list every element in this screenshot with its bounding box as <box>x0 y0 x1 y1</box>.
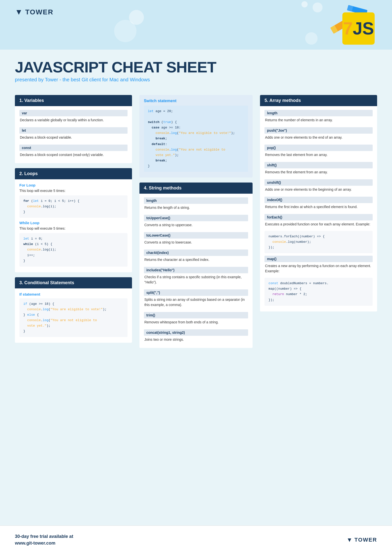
section-conditionals-body: If statement if (age >= 18) { console.lo… <box>15 288 132 343</box>
am-pop-desc: Removes the last element from an array. <box>264 152 373 159</box>
const-label: const <box>19 145 128 151</box>
if-code: if (age >= 18) { console.log("You are el… <box>19 298 128 337</box>
sm-tolowercase-desc: Converts a string to lowercase. <box>144 240 248 247</box>
column-3: 5. Array methods length Returns the numb… <box>256 95 377 353</box>
sm-touppercase-desc: Converts a string to uppercase. <box>144 222 248 230</box>
sm-split-label: split(",") <box>144 289 248 296</box>
section-variables: 1. Variables var Declares a variable glo… <box>15 95 132 163</box>
sm-trim-desc: Removes whitespace from both ends of a s… <box>144 320 248 327</box>
sm-length-label: length <box>144 197 248 204</box>
sm-touppercase-label: toUpperCase() <box>144 215 248 221</box>
sm-trim-label: trim() <box>144 312 248 318</box>
am-length-desc: Returns the number of elements in an arr… <box>264 118 373 125</box>
footer: 30-day free trial available at www.git-t… <box>0 525 392 554</box>
js-label: 7JS <box>343 20 374 37</box>
am-length-label: length <box>264 110 373 116</box>
let-label: let <box>19 127 128 134</box>
section-conditionals: 3. Conditional Statements If statement i… <box>15 277 132 343</box>
content-grid: 1. Variables var Declares a variable glo… <box>0 90 392 363</box>
sm-concat-label: concat(string1, string2) <box>144 329 248 336</box>
am-foreach-desc: Executes a provided function once for ea… <box>264 222 373 229</box>
section-array-methods-header: 5. Array methods <box>260 95 377 106</box>
header: ▼ TOWER 7JS <box>0 0 392 50</box>
am-unshift-desc: Adds one or more elements to the beginni… <box>264 187 373 194</box>
while-loop-label: While Loop <box>19 221 128 225</box>
am-unshift-label: unshift() <box>264 179 373 186</box>
am-shift-desc: Removes the first element from an array. <box>264 170 373 177</box>
section-variables-body: var Declares a variable globally or loca… <box>15 106 132 163</box>
js-badge: 7JS <box>327 5 377 47</box>
section-string-methods-header: 4. String methods <box>139 183 253 194</box>
map-code: const doubledNumbers = numbers. map((num… <box>264 278 373 306</box>
while-loop-desc: This loop will execute 5 times: <box>19 226 128 231</box>
title-area: JAVASCRIPT CHEAT SHEET presented by Towe… <box>0 50 392 90</box>
switch-code: let age = 20; switch (true) { case age >… <box>144 106 248 172</box>
section-string-methods-body: length Returns the length of a string. t… <box>139 194 253 348</box>
footer-line1: 30-day free trial available at <box>15 533 73 540</box>
section-array-methods: 5. Array methods length Returns the numb… <box>260 95 377 311</box>
sm-concat-desc: Joins two or more strings. <box>144 337 248 344</box>
footer-logo-text: TOWER <box>355 537 377 543</box>
am-shift-label: shift() <box>264 162 373 168</box>
sm-tolowercase-label: toLowerCase() <box>144 232 248 239</box>
section-variables-header: 1. Variables <box>15 95 132 106</box>
while-loop-code: let i = 0; while (i < 5) { console.log(i… <box>19 233 128 266</box>
column-2: Switch statement let age = 20; switch (t… <box>136 95 257 353</box>
column-1: 1. Variables var Declares a variable glo… <box>15 95 136 353</box>
am-push-label: push("Joe") <box>264 127 373 134</box>
sm-includes-label: includes("Hello") <box>144 267 248 273</box>
am-pop-label: pop() <box>264 145 373 151</box>
am-indexof-desc: Returns the first index at which a speci… <box>264 204 373 212</box>
let-desc: Declares a block-scoped variable. <box>19 135 128 142</box>
footer-tower-icon: ▼ <box>347 536 353 543</box>
section-loops: 2. Loops For Loop This loop will execute… <box>15 168 132 272</box>
main-title: JAVASCRIPT CHEAT SHEET <box>15 60 377 75</box>
section-array-methods-body: length Returns the number of elements in… <box>260 106 377 311</box>
var-label: var <box>19 110 128 116</box>
sm-split-desc: Splits a string into an array of substri… <box>144 297 248 309</box>
am-map-desc: Creates a new array by performing a func… <box>264 263 373 276</box>
section-loops-header: 2. Loops <box>15 168 132 179</box>
for-loop-code: for (let i = 0; i < 5; i++) { console.lo… <box>19 195 128 218</box>
for-loop-label: For Loop <box>19 183 128 187</box>
if-statement-label: If statement <box>19 292 128 296</box>
foreach-code: numbers.forEach((number) => { console.lo… <box>264 231 373 253</box>
am-push-desc: Adds one or more elements to the end of … <box>264 135 373 142</box>
am-map-label: map() <box>264 256 373 262</box>
sm-length-desc: Returns the length of a string. <box>144 205 248 212</box>
am-foreach-label: forEach() <box>264 214 373 220</box>
for-loop-desc: This loop will execute 5 times: <box>19 188 128 193</box>
section-string-methods: 4. String methods length Returns the len… <box>139 183 253 348</box>
footer-text: 30-day free trial available at www.git-t… <box>15 533 73 547</box>
switch-section: Switch statement let age = 20; switch (t… <box>139 95 253 178</box>
sm-charat-label: charAt(index) <box>144 249 248 256</box>
footer-line2: www.git-tower.com <box>15 540 73 547</box>
section-conditionals-header: 3. Conditional Statements <box>15 277 132 288</box>
subtitle: presented by Tower - the best Git client… <box>15 77 377 83</box>
sm-charat-desc: Returns the character at a specified ind… <box>144 257 248 264</box>
const-desc: Declares a block-scoped constant (read-o… <box>19 152 128 159</box>
sm-includes-desc: Checks if a string contains a specific s… <box>144 275 248 287</box>
switch-label: Switch statement <box>144 99 248 103</box>
logo-text: TOWER <box>25 8 54 16</box>
tower-logo-icon: ▼ <box>15 7 23 17</box>
section-loops-body: For Loop This loop will execute 5 times:… <box>15 179 132 272</box>
am-indexof-label: indexOf() <box>264 197 373 203</box>
footer-logo: ▼ TOWER <box>347 536 377 543</box>
logo-area: ▼ TOWER <box>15 7 377 17</box>
js-yellow-box: 7JS <box>342 12 375 45</box>
var-desc: Declares a variable globally or locally … <box>19 118 128 125</box>
